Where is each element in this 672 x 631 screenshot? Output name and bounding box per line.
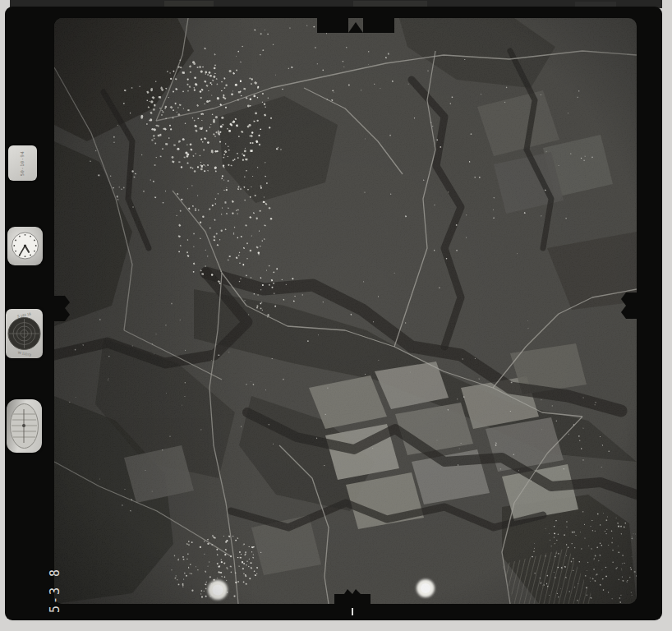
bottom-index-tick bbox=[352, 608, 353, 615]
aerial-photo bbox=[54, 18, 653, 610]
film-frame-canvas bbox=[0, 0, 672, 631]
edge-label-plate: 50-10-94 bbox=[8, 145, 37, 181]
edge-label-text: 50-10-94 bbox=[21, 150, 25, 176]
frame-number: 5-3 8 bbox=[48, 554, 62, 613]
altimeter-dial-icon bbox=[7, 399, 42, 453]
scanned-aerial-photo-sheet: 50-10-94 S 183 18 W 11073 bbox=[0, 0, 672, 631]
clock-icon bbox=[7, 227, 43, 265]
clock-instrument bbox=[7, 227, 43, 265]
level-bottom-text: W 11073 bbox=[17, 350, 32, 357]
level-instrument: S 183 18 W 11073 bbox=[6, 309, 43, 358]
altimeter-instrument bbox=[7, 399, 42, 453]
level-dial-icon: S 183 18 W 11073 bbox=[6, 309, 43, 358]
